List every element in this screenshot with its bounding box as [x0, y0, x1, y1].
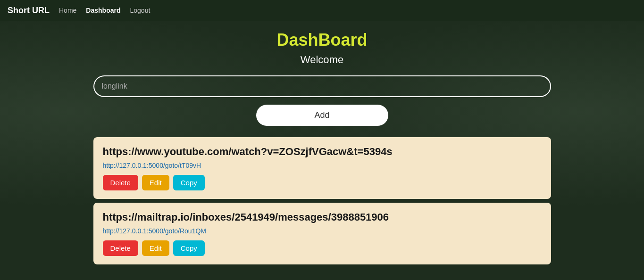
add-button[interactable]: Add	[256, 105, 388, 126]
delete-button[interactable]: Delete	[103, 175, 138, 190]
card-actions: Delete Edit Copy	[103, 240, 542, 256]
edit-button[interactable]: Edit	[142, 175, 169, 190]
url-card: https://www.youtube.com/watch?v=ZOSzjfVG…	[93, 137, 551, 199]
edit-button[interactable]: Edit	[142, 240, 169, 256]
page-title: DashBoard	[276, 30, 367, 50]
card-actions: Delete Edit Copy	[103, 175, 542, 190]
copy-button[interactable]: Copy	[173, 175, 205, 190]
navbar-nav: Home Dashboard Logout	[59, 6, 150, 15]
nav-home[interactable]: Home	[59, 7, 76, 14]
short-url-link[interactable]: http://127.0.0.1:5000/goto/Rou1QM	[103, 227, 542, 235]
nav-logout[interactable]: Logout	[130, 7, 150, 14]
navbar-brand: Short URL	[8, 6, 50, 16]
short-url-link[interactable]: http://127.0.0.1:5000/goto/tT09vH	[103, 162, 542, 169]
nav-dashboard[interactable]: Dashboard	[86, 7, 120, 14]
url-cards-container: https://www.youtube.com/watch?v=ZOSzjfVG…	[93, 137, 551, 264]
url-card: https://mailtrap.io/inboxes/2541949/mess…	[93, 203, 551, 264]
navbar: Short URL Home Dashboard Logout	[0, 0, 644, 21]
long-url-input[interactable]	[93, 75, 551, 97]
delete-button[interactable]: Delete	[103, 240, 138, 256]
main-content: DashBoard Welcome Add https://www.youtub…	[0, 21, 644, 274]
copy-button[interactable]: Copy	[173, 240, 205, 256]
long-url-text: https://www.youtube.com/watch?v=ZOSzjfVG…	[103, 146, 542, 158]
page-subtitle: Welcome	[301, 54, 343, 66]
long-url-text: https://mailtrap.io/inboxes/2541949/mess…	[103, 211, 542, 223]
